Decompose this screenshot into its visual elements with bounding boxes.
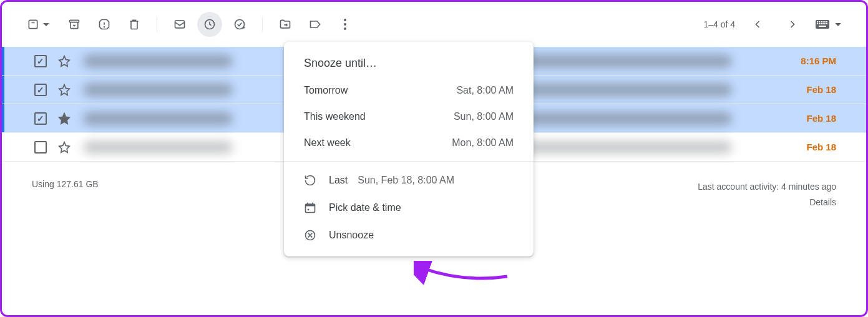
- select-dropdown[interactable]: [27, 18, 49, 31]
- svg-rect-0: [29, 20, 37, 28]
- svg-rect-17: [819, 23, 820, 24]
- svg-rect-22: [819, 26, 826, 27]
- archive-button[interactable]: [62, 12, 87, 37]
- row-checkbox[interactable]: [34, 112, 47, 125]
- separator: [284, 161, 534, 162]
- newer-button[interactable]: [745, 12, 770, 37]
- row-time: 8:16 PM: [801, 56, 836, 66]
- option-detail: Sat, 8:00 AM: [456, 85, 514, 96]
- history-icon: [304, 174, 316, 187]
- delete-button[interactable]: [122, 12, 147, 37]
- row-checkbox[interactable]: [34, 141, 47, 154]
- input-tools-button[interactable]: [815, 19, 841, 29]
- snooze-unsnooze[interactable]: Unsnooze: [284, 222, 534, 249]
- add-to-tasks-button[interactable]: [227, 12, 252, 37]
- svg-rect-4: [175, 21, 185, 28]
- svg-rect-24: [306, 207, 315, 213]
- option-detail: Mon, 8:00 AM: [452, 137, 514, 149]
- star-icon[interactable]: [58, 112, 71, 125]
- star-icon[interactable]: [58, 141, 71, 154]
- svg-rect-10: [817, 21, 818, 22]
- sender-redacted: [83, 141, 233, 154]
- details-link[interactable]: Details: [809, 197, 836, 207]
- svg-rect-1: [70, 20, 79, 22]
- svg-rect-12: [821, 21, 822, 22]
- move-to-button[interactable]: [273, 12, 298, 37]
- caret-down-icon: [43, 23, 49, 26]
- star-icon[interactable]: [58, 55, 71, 67]
- option-label: Next week: [304, 137, 351, 149]
- sender-redacted: [83, 112, 233, 125]
- snooze-last[interactable]: Last Sun, Feb 18, 8:00 AM: [284, 167, 534, 194]
- pager-count: 1–4 of 4: [703, 19, 735, 29]
- last-activity: Last account activity: 4 minutes ago: [698, 179, 836, 195]
- option-label: Tomorrow: [304, 85, 348, 96]
- svg-rect-11: [819, 21, 820, 22]
- svg-rect-20: [824, 23, 826, 24]
- report-spam-button[interactable]: [92, 12, 117, 37]
- option-label: Last: [329, 175, 348, 186]
- snooze-popup: Snooze until… Tomorrow Sat, 8:00 AM This…: [284, 42, 534, 256]
- svg-rect-16: [817, 23, 818, 24]
- star-icon[interactable]: [58, 84, 71, 96]
- separator: [262, 17, 263, 32]
- svg-rect-18: [821, 23, 822, 24]
- sender-redacted: [83, 55, 233, 67]
- more-button[interactable]: [333, 12, 358, 37]
- option-detail: Sun, 8:00 AM: [454, 111, 514, 122]
- snooze-tomorrow[interactable]: Tomorrow Sat, 8:00 AM: [284, 77, 534, 104]
- sender-redacted: [83, 84, 233, 96]
- caret-down-icon: [835, 23, 841, 26]
- storage-usage: Using 127.61 GB: [32, 179, 99, 210]
- svg-point-3: [104, 27, 105, 27]
- separator: [157, 17, 157, 32]
- svg-rect-13: [822, 21, 824, 22]
- cancel-icon: [304, 229, 316, 241]
- annotation-arrow: [414, 261, 514, 286]
- svg-rect-21: [826, 23, 827, 24]
- snooze-nextweek[interactable]: Next week Mon, 8:00 AM: [284, 130, 534, 156]
- snooze-pick-date[interactable]: Pick date & time: [284, 194, 534, 222]
- row-checkbox[interactable]: [34, 84, 47, 96]
- option-detail: Sun, Feb 18, 8:00 AM: [358, 175, 454, 186]
- calendar-icon: [304, 202, 316, 214]
- snooze-weekend[interactable]: This weekend Sun, 8:00 AM: [284, 104, 534, 130]
- pager: 1–4 of 4: [703, 12, 841, 37]
- toolbar: 1–4 of 4: [2, 2, 866, 47]
- svg-rect-15: [826, 21, 827, 22]
- mark-unread-button[interactable]: [167, 12, 192, 37]
- row-time: Feb 18: [806, 113, 836, 124]
- popup-title: Snooze until…: [284, 57, 534, 77]
- keyboard-icon: [815, 19, 830, 29]
- svg-rect-19: [822, 23, 824, 24]
- older-button[interactable]: [780, 12, 805, 37]
- option-label: Pick date & time: [329, 202, 401, 213]
- row-checkbox[interactable]: [34, 55, 47, 67]
- snooze-button[interactable]: [197, 12, 222, 37]
- svg-rect-26: [308, 209, 310, 211]
- option-label: Unsnooze: [329, 230, 374, 241]
- option-label: This weekend: [304, 111, 366, 122]
- row-time: Feb 18: [806, 142, 836, 152]
- labels-button[interactable]: [303, 12, 328, 37]
- row-time: Feb 18: [806, 84, 836, 95]
- more-vert-icon: [344, 19, 346, 30]
- svg-rect-14: [824, 21, 826, 22]
